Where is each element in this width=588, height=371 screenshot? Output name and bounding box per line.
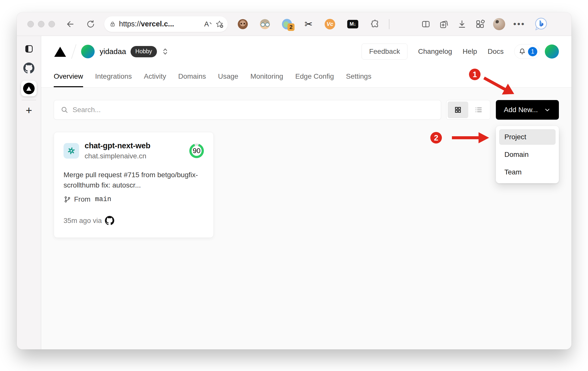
sidebar-panel-icon[interactable] — [24, 44, 34, 54]
vercel-tab-active[interactable] — [21, 81, 37, 96]
branch-name: main — [95, 196, 111, 203]
screenshot-root: { "browser": { "url": { "scheme": "https… — [0, 0, 588, 371]
plan-badge: Hobby — [131, 46, 157, 57]
browser-profile-avatar[interactable] — [493, 18, 505, 30]
tab-activity[interactable]: Activity — [144, 67, 166, 87]
translator-extension-icon[interactable] — [260, 19, 270, 29]
dropdown-item-domain[interactable]: Domain — [499, 147, 556, 162]
score-ring[interactable]: 90 — [189, 144, 204, 158]
notification-count-badge: 1 — [528, 47, 537, 56]
clipper-extension-icon[interactable]: ✂ — [305, 19, 313, 29]
read-aloud-icon[interactable]: A — [204, 20, 212, 28]
svg-text:A: A — [204, 20, 209, 28]
team-name[interactable]: yidadaa — [100, 47, 126, 56]
page-header: yidadaa Hobby Feedback Changelog Help Do… — [41, 36, 571, 87]
list-view-button[interactable] — [468, 102, 489, 118]
score-value: 90 — [193, 147, 200, 155]
tab-overview[interactable]: Overview — [54, 67, 83, 87]
project-card[interactable]: chat-gpt-next-web chat.simplenaive.cn 90… — [54, 132, 214, 238]
github-tab-icon[interactable] — [23, 63, 34, 74]
downloads-icon[interactable] — [457, 19, 467, 29]
breadcrumb-slash — [71, 44, 76, 59]
controls-row: Add New... Project Domain Team — [54, 100, 559, 120]
split-screen-icon[interactable] — [421, 19, 431, 29]
openai-project-icon — [64, 143, 79, 159]
search-input[interactable] — [73, 106, 434, 114]
github-icon — [105, 216, 114, 225]
project-card-head: chat-gpt-next-web chat.simplenaive.cn 90 — [64, 141, 204, 160]
tampermonkey-extension-icon[interactable] — [238, 19, 248, 29]
commit-message[interactable]: Merge pull request #715 from betgo/bugfi… — [64, 170, 204, 190]
edge-side-strip: + — [17, 36, 41, 349]
search-box[interactable] — [54, 100, 441, 120]
add-favorite-star-icon[interactable] — [215, 20, 224, 28]
address-bar[interactable]: https://vercel.c... A — [104, 16, 228, 32]
notifications-button[interactable]: 1 — [514, 44, 540, 59]
vercel-logo-icon[interactable] — [54, 46, 67, 57]
feedback-button[interactable]: Feedback — [362, 43, 407, 60]
url-text: https://vercel.c... — [119, 20, 174, 28]
add-new-dropdown: Project Domain Team — [496, 126, 559, 183]
docs-link[interactable]: Docs — [488, 48, 504, 56]
dashboard-nav-tabs: Overview Integrations Activity Domains U… — [41, 67, 571, 87]
browser-window: https://vercel.c... A 2 ✂ Vc M↓ — [17, 12, 571, 349]
project-name[interactable]: chat-gpt-next-web — [85, 141, 150, 150]
side-strip-divider — [22, 100, 36, 100]
traffic-lights — [27, 21, 55, 27]
toolbar-divider — [389, 19, 389, 29]
browser-toolbar: https://vercel.c... A 2 ✂ Vc M↓ — [17, 12, 571, 36]
vercel-dashboard-page: yidadaa Hobby Feedback Changelog Help Do… — [41, 36, 571, 349]
tab-monitoring[interactable]: Monitoring — [250, 67, 283, 87]
deployment-meta: 35m ago via — [64, 216, 204, 225]
deployed-time: 35m ago via — [64, 217, 102, 225]
tab-edge-config[interactable]: Edge Config — [295, 67, 334, 87]
vc-extension-icon[interactable]: Vc — [325, 19, 335, 29]
project-names: chat-gpt-next-web chat.simplenaive.cn — [85, 141, 150, 160]
changelog-link[interactable]: Changelog — [418, 48, 452, 56]
minimize-window-button[interactable] — [38, 21, 44, 27]
apps-grid-icon[interactable] — [475, 19, 485, 29]
lock-icon — [109, 21, 116, 27]
chevron-down-icon — [544, 106, 551, 113]
proxy-extension-icon[interactable]: 2 — [282, 19, 292, 29]
extensions-puzzle-icon[interactable] — [370, 19, 380, 29]
bell-icon — [518, 48, 526, 55]
branch-row: From main — [64, 195, 204, 203]
grid-view-button[interactable] — [448, 102, 468, 118]
tab-integrations[interactable]: Integrations — [95, 67, 132, 87]
zoom-window-button[interactable] — [48, 21, 55, 27]
branch-prefix: From — [74, 195, 90, 203]
add-new-wrap: Add New... Project Domain Team — [496, 100, 559, 120]
toolbar-right-icons: ••• — [421, 16, 549, 32]
vercel-tab-icon — [23, 83, 35, 94]
dropdown-item-project[interactable]: Project — [499, 129, 556, 145]
tab-settings[interactable]: Settings — [346, 67, 371, 87]
extension-badge: 2 — [287, 23, 295, 31]
search-icon — [61, 106, 69, 114]
extensions-row: 2 ✂ Vc M↓ — [238, 19, 380, 29]
view-switcher — [446, 100, 490, 120]
user-avatar[interactable] — [545, 44, 559, 59]
add-new-button[interactable]: Add New... — [496, 100, 559, 120]
team-switcher-icon[interactable] — [162, 48, 168, 55]
help-link[interactable]: Help — [463, 48, 477, 56]
project-domain[interactable]: chat.simplenaive.cn — [85, 152, 150, 160]
back-button[interactable] — [66, 19, 75, 29]
brand-row: yidadaa Hobby Feedback Changelog Help Do… — [41, 36, 571, 67]
tab-usage[interactable]: Usage — [218, 67, 238, 87]
bing-chat-icon[interactable] — [533, 16, 549, 32]
more-menu-icon[interactable]: ••• — [513, 19, 525, 29]
reload-button[interactable] — [86, 20, 95, 29]
collections-icon[interactable] — [439, 19, 449, 29]
git-branch-icon — [64, 196, 71, 203]
new-tab-plus-icon[interactable]: + — [26, 105, 32, 116]
team-avatar[interactable] — [81, 45, 95, 58]
tab-domains[interactable]: Domains — [178, 67, 206, 87]
dashboard-content: Add New... Project Domain Team — [41, 87, 571, 349]
dropdown-item-team[interactable]: Team — [499, 164, 556, 180]
window-body: + yidadaa Hobby Feedback — [17, 36, 571, 349]
close-window-button[interactable] — [27, 21, 34, 27]
markdown-extension-icon[interactable]: M↓ — [347, 20, 358, 28]
